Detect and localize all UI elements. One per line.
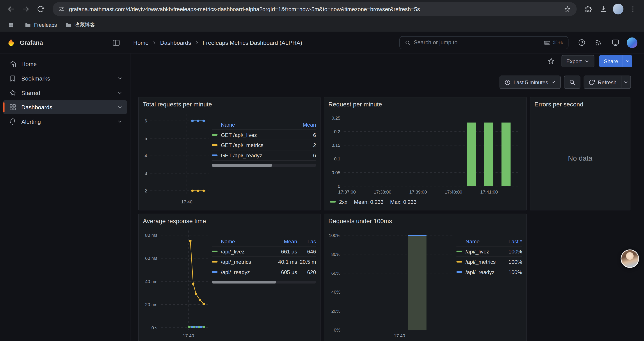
downloads-button[interactable] [596,2,610,16]
sidebar-item-dashboards[interactable]: Dashboards [3,100,127,114]
folder-icon [24,22,31,28]
clock-icon [504,79,510,85]
chevron-down-icon [624,80,628,85]
monitor-icon [611,39,619,47]
legend-header: NameMean [212,120,316,130]
chevron-down-icon [625,59,630,64]
series-name[interactable]: /api/_livez [465,248,489,254]
sidebar-item-starred[interactable]: Starred [3,86,127,100]
series-name[interactable]: GET /api/_readyz [221,152,262,158]
zoom-out-button[interactable] [564,76,581,89]
keyboard-icon [544,39,550,46]
scrollbar-thumb[interactable] [212,164,272,167]
series-name[interactable]: GET /api/_metrics [221,142,263,148]
chevron-down-icon[interactable] [117,76,123,81]
no-data-text: No data [568,154,592,163]
search-input[interactable] [414,40,541,46]
panel-title[interactable]: Requests under 100ms [324,214,526,227]
legend-scrollbar[interactable] [212,164,316,167]
series-name[interactable]: GET /api/_livez [221,132,257,138]
legend-row[interactable]: GET /api/_readyz6 [212,150,316,161]
back-button[interactable] [4,2,18,16]
breadcrumb-dashboards[interactable]: Dashboards [160,39,191,46]
help-icon [578,39,586,47]
bar-chart[interactable]: 0.250.20.150.10.05017:37:0017:38:0017:39… [328,111,522,197]
export-button[interactable]: Export [561,55,594,67]
bar-chart[interactable]: 100%80%60%40%20%0%17:40 [328,227,456,341]
floating-assistant-avatar[interactable] [620,249,639,268]
share-menu-button[interactable] [623,55,632,67]
sidebar-item-alerting[interactable]: Alerting [3,115,127,129]
sidebar-toggle-button[interactable] [112,38,120,47]
legend-row[interactable]: /api/_livez100% [456,247,522,257]
browser-toolbar: grafana.mathmast.com/d/deytv4rwavabkb/fr… [0,0,644,18]
reload-button[interactable] [34,2,48,16]
profile-button[interactable] [611,2,625,16]
chevron-down-icon[interactable] [117,104,123,110]
browser-menu-button[interactable] [626,2,640,16]
chevron-right-icon [194,40,199,45]
time-range-picker[interactable]: Last 5 minutes [500,76,561,89]
bookmark-item-blogs[interactable]: 收藏博客 [65,21,95,28]
panel-title[interactable]: Request per minute [324,97,526,111]
series-name[interactable]: /api/_metrics [221,259,251,265]
user-menu-button[interactable] [627,37,638,48]
extensions-button[interactable] [582,2,596,16]
panel-title[interactable]: Total requests per minute [139,97,320,111]
brand[interactable]: Grafana [6,38,43,47]
timeseries-chart[interactable]: 80 ms60 ms40 ms20 ms0 s17:40 [143,227,212,341]
breadcrumb: Home Dashboards Freeleaps Metrics Dashbo… [133,39,302,46]
svg-text:5: 5 [144,136,147,141]
share-button[interactable]: Share [599,55,622,67]
download-icon [600,5,607,13]
bookmark-star-icon[interactable] [564,6,571,13]
panel-title[interactable]: Errors per second [530,97,630,111]
timeseries-chart[interactable]: 6543217:40 [143,111,212,207]
legend-row[interactable]: /api/_readyz605 µs620 [212,267,316,277]
help-button[interactable] [576,37,587,48]
forward-button[interactable] [19,2,33,16]
legend-table: NameMeanLas/api/_livez661 µs646/api/_met… [212,236,316,277]
series-name[interactable]: /api/_readyz [221,269,250,275]
legend-scrollbar[interactable] [212,281,316,283]
series-value: 2 [297,142,316,148]
series-name[interactable]: /api/_readyz [465,269,494,275]
series-swatch [212,144,218,146]
apps-shortcut-button[interactable] [6,20,16,30]
legend-row[interactable]: GET /api/_livez6 [212,130,316,140]
forward-icon [22,5,30,13]
bookmark-item-freeleaps[interactable]: Freeleaps [24,22,57,28]
news-button[interactable] [593,37,604,48]
series-name[interactable]: /api/_metrics [465,259,496,265]
search-bar[interactable]: ⌘+k [400,36,568,49]
legend-row[interactable]: GET /api/_metrics2 [212,140,316,151]
chevron-down-icon[interactable] [117,119,123,124]
apps-grid-icon [8,22,14,28]
zoom-out-icon [569,79,576,86]
star-icon [9,89,16,97]
refresh-button[interactable]: Refresh [584,76,621,88]
chevron-down-icon[interactable] [117,90,123,96]
legend-row[interactable]: /api/_metrics100% [456,257,522,267]
legend-row[interactable]: /api/_livez661 µs646 [212,247,316,257]
svg-text:0.2: 0.2 [334,129,340,134]
refresh-interval-button[interactable] [621,76,630,88]
url-bar[interactable]: grafana.mathmast.com/d/deytv4rwavabkb/fr… [52,2,577,16]
legend-row[interactable]: /api/_metrics40.1 ms20.5 m [212,257,316,267]
monitoring-button[interactable] [610,37,621,48]
sidebar-item-bookmarks[interactable]: Bookmarks [3,72,127,86]
favorite-star-button[interactable] [546,56,556,67]
legend-header: NameMeanLas [212,236,316,247]
scrollbar-thumb[interactable] [212,281,276,283]
series-name[interactable]: /api/_livez [221,248,244,254]
legend[interactable]: 2xx Mean: 0.233 Max: 0.233 [328,197,522,207]
sidebar-item-home[interactable]: Home [3,57,127,71]
breadcrumb-home[interactable]: Home [133,39,148,46]
panel-title[interactable]: Average response time [139,214,320,227]
search-shortcut: ⌘+k [544,39,563,46]
sidebar-item-label: Alerting [21,118,112,125]
legend-row[interactable]: /api/_readyz100% [456,267,522,277]
series-name[interactable]: 2xx [339,199,348,205]
site-settings-icon[interactable] [58,6,65,12]
series-value: 661 µs [268,248,297,254]
